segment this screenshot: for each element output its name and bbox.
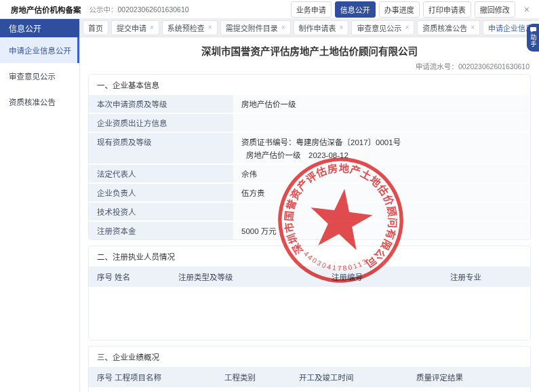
close-tab-icon[interactable]: × (281, 24, 285, 31)
print-form-button[interactable]: 打印申请表 (423, 1, 471, 18)
field-label: 企业负责人 (89, 184, 233, 201)
form-row: 企业负责人 伍方贵 (89, 182, 530, 201)
close-tab-icon[interactable]: × (471, 24, 475, 31)
section-performance: 三、企业业绩概况 序号 工程项目名称 工程类别 开工及竣工时间 质量评定结果 暂… (88, 346, 531, 392)
section-registered-staff-title: 二、注册执业人员情况 (89, 246, 530, 265)
close-tab-icon[interactable]: × (405, 24, 409, 31)
form-row: 企业资质出让方信息 (89, 113, 530, 132)
titlebar-actions: 业务申请 信息公开 办事进度 打印申请表 撤回修改 × (291, 1, 534, 18)
info-disclosure-button[interactable]: 信息公开 (335, 1, 376, 18)
form-row: 本次申请资质及等级 房地产估价一级 (89, 94, 530, 113)
field-label: 企业资质出让方信息 (89, 114, 233, 132)
tab-submit-application[interactable]: 提交申请× (111, 20, 159, 35)
column-header: 注册专业 (450, 271, 530, 282)
column-header: 注册类型及等级 (178, 271, 332, 282)
section-basic-info-title: 一、企业基本信息 (89, 75, 530, 94)
performance-table-body-empty: 暂无数据 (89, 387, 530, 392)
field-label: 现有资质及等级 (89, 133, 233, 163)
withdraw-edit-button[interactable]: 撤回修改 (475, 1, 515, 18)
tab-bar: 首页 提交申请× 系统预检查× 需提交附件目录× 制作申请表× 审查意见公示× … (80, 19, 539, 37)
field-value: 资质证书编号：粤建房估深备〔2017〕0001号 房地产估价一级 2023-08… (233, 133, 530, 163)
field-label: 法定代表人 (89, 165, 233, 182)
main-layout: 信息公开 申请企业信息公开 审查意见公示 资质核准公告 首页 提交申请× 系统预… (0, 19, 539, 392)
page-content: 深圳市国誉资产评估房地产土地估价顾问有限公司 申请流水号：00202306260… (80, 37, 539, 392)
application-serial: 申请流水号：002023062601630610 (89, 61, 530, 71)
form-row: 注册资本金 5000 万元 (89, 220, 530, 239)
field-value: 房地产估价一级 (233, 95, 530, 113)
form-row: 法定代表人 佘伟 (89, 163, 530, 182)
field-label: 技术投资人 (89, 203, 233, 220)
staff-table-body-empty (89, 287, 530, 340)
section-performance-title: 三、企业业绩概况 (89, 347, 530, 366)
column-header: 序号 (97, 271, 115, 282)
field-label: 本次申请资质及等级 (89, 95, 233, 113)
sidebar: 信息公开 申请企业信息公开 审查意见公示 资质核准公告 (0, 19, 80, 392)
close-icon[interactable]: × (524, 4, 530, 15)
sidebar-title: 信息公开 (0, 19, 79, 37)
publicity-status: 公示中：002023062601630610 (89, 4, 189, 14)
staff-table-header: 序号 姓名 注册类型及等级 注册编号 注册专业 (89, 265, 530, 287)
tab-attachment-catalog[interactable]: 需提交附件目录× (220, 20, 291, 35)
form-row: 技术投资人 (89, 201, 530, 220)
chat-bubble-icon (530, 27, 536, 33)
tab-qualification-notice[interactable]: 资质核准公告× (417, 20, 480, 35)
field-value: 伍方贵 (233, 184, 530, 201)
column-header: 工程类别 (224, 372, 299, 383)
application-serial-value: 002023062601630610 (458, 62, 530, 71)
sidebar-item-company-info-disclosure[interactable]: 申请企业信息公开 (0, 37, 79, 63)
section-basic-info: 一、企业基本信息 本次申请资质及等级 房地产估价一级 企业资质出让方信息 现有资… (88, 74, 531, 240)
column-header: 质量评定结果 (416, 372, 530, 383)
close-tab-icon[interactable]: × (208, 24, 212, 31)
tab-make-application-form[interactable]: 制作申请表× (294, 20, 349, 35)
column-header: 姓名 (115, 271, 178, 282)
performance-table-header: 序号 工程项目名称 工程类别 开工及竣工时间 质量评定结果 (89, 366, 530, 387)
sidebar-item-qualification-notice[interactable]: 资质核准公告 (0, 89, 79, 115)
column-header: 开工及竣工时间 (299, 372, 416, 383)
close-tab-icon[interactable]: × (340, 24, 344, 31)
field-value: 佘伟 (233, 165, 530, 182)
column-header: 序号 (97, 372, 115, 383)
field-value (233, 203, 530, 220)
tab-system-precheck[interactable]: 系统预检查× (162, 20, 218, 35)
assistant-button[interactable]: 助手 (527, 24, 539, 52)
form-row: 现有资质及等级 资质证书编号：粤建房估深备〔2017〕0001号 房地产估价一级… (89, 132, 530, 163)
page-title: 深圳市国誉资产评估房地产土地估价顾问有限公司 (88, 43, 531, 58)
field-value: 5000 万元 (233, 222, 530, 239)
window-titlebar: 房地产估价机构备案 公示中：002023062601630610 业务申请 信息… (0, 0, 539, 19)
tab-home[interactable]: 首页 (83, 20, 108, 35)
field-label: 注册资本金 (89, 222, 233, 239)
main-column: 首页 提交申请× 系统预检查× 需提交附件目录× 制作申请表× 审查意见公示× … (80, 19, 539, 392)
close-tab-icon[interactable]: × (150, 24, 154, 31)
field-value (233, 114, 530, 132)
progress-button[interactable]: 办事进度 (379, 1, 420, 18)
column-header: 注册编号 (332, 271, 450, 282)
column-header: 工程项目名称 (115, 372, 224, 383)
publicity-serial: 002023062601630610 (118, 5, 189, 14)
section-registered-staff: 二、注册执业人员情况 序号 姓名 注册类型及等级 注册编号 注册专业 (88, 246, 531, 340)
app-title: 房地产估价机构备案 (11, 4, 81, 15)
assistant-label: 助手 (530, 34, 536, 47)
tab-review-opinion[interactable]: 审查意见公示× (351, 20, 414, 35)
sidebar-item-review-opinion[interactable]: 审查意见公示 (0, 63, 79, 89)
business-apply-button[interactable]: 业务申请 (291, 1, 332, 18)
